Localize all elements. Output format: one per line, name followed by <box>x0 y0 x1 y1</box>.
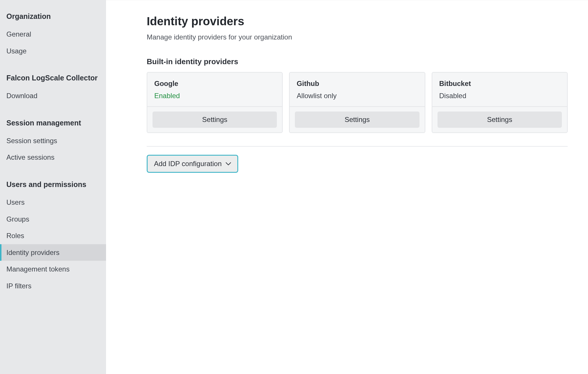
settings-button-github[interactable]: Settings <box>295 112 419 128</box>
sidebar-section-organization: Organization General Usage <box>0 12 106 59</box>
sidebar-heading-collector: Falcon LogScale Collector <box>0 74 106 87</box>
provider-name: Github <box>297 80 417 88</box>
sidebar-item-management-tokens[interactable]: Management tokens <box>0 261 106 278</box>
settings-button-google[interactable]: Settings <box>153 112 277 128</box>
card-footer: Settings <box>290 106 424 132</box>
page-title: Identity providers <box>147 15 568 28</box>
sidebar: Organization General Usage Falcon LogSca… <box>0 0 106 374</box>
card-footer: Settings <box>147 106 282 132</box>
provider-name: Bitbucket <box>439 80 560 88</box>
card-body: Google Enabled <box>147 73 282 106</box>
provider-card-google: Google Enabled Settings <box>147 72 283 133</box>
chevron-down-icon <box>226 162 231 166</box>
card-footer: Settings <box>432 106 567 132</box>
provider-name: Google <box>154 80 275 88</box>
sidebar-heading-users-permissions: Users and permissions <box>0 180 106 194</box>
add-idp-label: Add IDP configuration <box>154 160 222 168</box>
provider-status: Enabled <box>154 92 275 100</box>
provider-status: Disabled <box>439 92 560 100</box>
settings-button-bitbucket[interactable]: Settings <box>438 112 562 128</box>
sidebar-item-identity-providers[interactable]: Identity providers <box>0 244 106 261</box>
sidebar-section-session: Session management Session settings Acti… <box>0 119 106 166</box>
sidebar-item-general[interactable]: General <box>0 26 106 43</box>
provider-status: Allowlist only <box>297 92 417 100</box>
divider <box>147 146 568 147</box>
provider-card-bitbucket: Bitbucket Disabled Settings <box>432 72 568 133</box>
sidebar-item-groups[interactable]: Groups <box>0 211 106 228</box>
sidebar-item-usage[interactable]: Usage <box>0 43 106 60</box>
card-body: Bitbucket Disabled <box>432 73 567 106</box>
main-content: Identity providers Manage identity provi… <box>106 0 588 374</box>
sidebar-heading-organization: Organization <box>0 12 106 26</box>
sidebar-item-download[interactable]: Download <box>0 87 106 104</box>
sidebar-section-users-permissions: Users and permissions Users Groups Roles… <box>0 180 106 294</box>
provider-cards-row: Google Enabled Settings Github Allowlist… <box>147 72 568 133</box>
card-body: Github Allowlist only <box>290 73 424 106</box>
builtin-providers-heading: Built-in identity providers <box>147 57 568 66</box>
sidebar-item-roles[interactable]: Roles <box>0 227 106 244</box>
provider-card-github: Github Allowlist only Settings <box>289 72 425 133</box>
page-subtitle: Manage identity providers for your organ… <box>147 33 568 41</box>
sidebar-section-collector: Falcon LogScale Collector Download <box>0 74 106 104</box>
sidebar-item-active-sessions[interactable]: Active sessions <box>0 149 106 166</box>
sidebar-heading-session: Session management <box>0 119 106 132</box>
sidebar-item-session-settings[interactable]: Session settings <box>0 132 106 149</box>
add-idp-configuration-button[interactable]: Add IDP configuration <box>147 155 238 173</box>
sidebar-item-ip-filters[interactable]: IP filters <box>0 278 106 294</box>
sidebar-item-users[interactable]: Users <box>0 194 106 211</box>
